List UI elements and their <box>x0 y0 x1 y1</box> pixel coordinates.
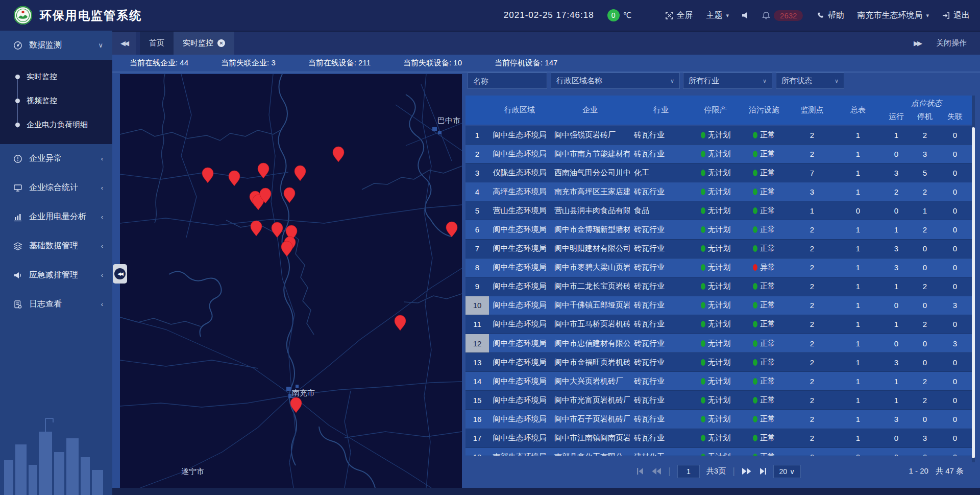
table-row[interactable]: 12阆中生态环境局阆中市忠信建材有限公砖瓦行业无计划正常21003 <box>465 334 972 353</box>
name-search-input[interactable] <box>468 73 547 89</box>
previous-page-button[interactable] <box>652 468 662 475</box>
org-label: 南充市生态环境局 <box>857 10 922 21</box>
divider: | <box>668 466 671 477</box>
tab-realtime-monitoring[interactable]: 实时监控 ✕ <box>174 32 234 55</box>
table-row[interactable]: 11阆中生态环境局阆中市五马桥页岩机砖砖瓦行业无计划正常21120 <box>465 315 972 334</box>
table-row[interactable]: 13阆中生态环境局阆中市金福旺页岩机砖砖瓦行业无计划正常21300 <box>465 353 972 372</box>
table-row[interactable]: 15阆中生态环境局阆中市光富页岩机砖厂砖瓦行业无计划正常21120 <box>465 391 972 410</box>
map-pin[interactable] <box>272 222 283 238</box>
sidebar-item-electricity-analysis[interactable]: 企业用电量分析 ‹ <box>0 202 112 231</box>
table-row[interactable]: 9阆中生态环境局阆中市二龙长宝页岩砖砖瓦行业无计划正常21120 <box>465 277 972 296</box>
tab-home[interactable]: 首页 <box>140 32 174 55</box>
page-size-select[interactable]: 20 ∨ <box>773 465 801 478</box>
first-page-button[interactable] <box>636 468 645 475</box>
sidebar-item-power-load-detail[interactable]: 企业电力负荷明细 <box>0 113 112 137</box>
table-row[interactable]: 4高坪生态环境局南充市高坪区王家店建砖瓦行业无计划正常31220 <box>465 182 972 201</box>
cell-meters: 0 <box>835 201 881 220</box>
cell-pollution-facility: 正常 <box>739 126 789 144</box>
next-page-button[interactable] <box>742 468 751 475</box>
cell-industry: 砖瓦行业 <box>630 315 692 334</box>
map-pin[interactable] <box>258 163 269 178</box>
pagination-bar: | 共3页 | 20 ∨ 1 - 20 共 47 条 <box>465 456 972 486</box>
cell-region: 仪陇生态环境局 <box>489 163 550 182</box>
cell-industry: 砖瓦行业 <box>630 182 692 201</box>
cell-pollution-facility: 正常 <box>739 220 789 239</box>
table-row[interactable]: 8阆中生态环境局阆中市枣碧大梁山页岩砖瓦行业无计划异常21300 <box>465 258 972 277</box>
cell-stopped: 2 <box>912 391 938 409</box>
table-row[interactable]: 5营山生态环境局营山县润丰肉食品有限食品无计划正常10010 <box>465 201 972 220</box>
logout-button[interactable]: 退出 <box>942 10 970 21</box>
alert-icon <box>13 154 22 163</box>
map-pin[interactable] <box>333 147 344 162</box>
theme-dropdown[interactable]: 主题 ▾ <box>706 10 729 21</box>
page-number-input[interactable] <box>677 465 700 478</box>
table-row[interactable]: 2阆中生态环境局阆中市南方节能建材有砖瓦行业无计划正常21030 <box>465 145 972 163</box>
sidebar-item-log-view[interactable]: 日志查看 ‹ <box>0 290 112 319</box>
cell-meters: 0 <box>835 448 881 456</box>
map[interactable]: 巴中市南充市遂宁市 ◀◀ <box>120 74 462 488</box>
map-pin[interactable] <box>251 221 262 236</box>
table-row[interactable]: 1阆中生态环境局阆中强锐页岩砖厂砖瓦行业无计划正常21120 <box>465 126 972 145</box>
row-number: 3 <box>465 163 489 182</box>
cell-offline: 3 <box>938 296 972 315</box>
table-row[interactable]: 14阆中生态环境局阆中大兴页岩机砖厂砖瓦行业无计划正常21120 <box>465 372 972 391</box>
last-page-button[interactable] <box>758 468 767 475</box>
sidebar-item-realtime-monitoring[interactable]: 实时监控 <box>0 65 112 89</box>
tabs-scroll-right-button[interactable]: ▶▶ <box>914 39 921 47</box>
help-button[interactable]: 帮助 <box>816 10 844 21</box>
map-pin[interactable] <box>446 222 457 237</box>
region-select[interactable]: 行政区域名称 ∨ <box>551 73 680 89</box>
close-operations-button[interactable]: 关闭操作 <box>936 38 967 48</box>
notifications[interactable]: 2632 <box>762 10 803 21</box>
table-row[interactable]: 7阆中生态环境局阆中明阳建材有限公司砖瓦行业无计划正常21300 <box>465 240 972 258</box>
mute-button[interactable] <box>742 12 749 19</box>
sidebar-item-basic-data[interactable]: 基础数据管理 ‹ <box>0 231 112 261</box>
status-dot-green <box>701 283 705 290</box>
status-select[interactable]: 所有状态 ∨ <box>776 73 844 89</box>
map-pin[interactable] <box>229 171 240 186</box>
close-icon[interactable]: ✕ <box>217 39 225 47</box>
status-dot-green <box>701 302 705 309</box>
cell-industry: 砖瓦行业 <box>630 145 692 163</box>
fullscreen-button[interactable]: 全屏 <box>666 10 693 21</box>
table-row[interactable]: 16阆中生态环境局阆中市石子页岩机砖厂砖瓦行业无计划正常21300 <box>465 410 972 429</box>
speaker-muted-icon <box>742 12 749 19</box>
table-row[interactable]: 10阆中生态环境局阆中千佛镇五郎垭页岩砖瓦行业无计划正常21003 <box>465 296 972 315</box>
status-dot-green <box>753 207 757 214</box>
row-number: 8 <box>465 258 489 277</box>
map-pin[interactable] <box>202 168 213 183</box>
table-row[interactable]: 17阆中生态环境局阆中市江南镇阆南页岩砖瓦行业无计划正常21030 <box>465 429 972 448</box>
industry-select[interactable]: 所有行业 ∨ <box>683 73 772 89</box>
row-number: 12 <box>465 334 489 352</box>
sidebar-item-enterprise-statistics[interactable]: 企业综合统计 ‹ <box>0 173 112 202</box>
map-pin[interactable] <box>295 166 306 181</box>
chevron-left-icon: ‹ <box>101 300 103 308</box>
cell-production-limit: 无计划 <box>692 240 739 258</box>
cell-region: 南部生态环境局 <box>489 448 550 456</box>
sidebar-item-emergency-reduction[interactable]: 应急减排管理 ‹ <box>0 261 112 290</box>
pager-controls: | 共3页 | 20 ∨ <box>636 465 801 478</box>
cell-meters: 1 <box>835 334 881 352</box>
cell-meters: 1 <box>835 296 881 315</box>
org-dropdown[interactable]: 南充市生态环境局 ▾ <box>857 10 929 21</box>
top-header: 环保用电监管系统 2021-02-25 17:46:18 0 ℃ 全屏 主题 ▾ <box>0 0 980 31</box>
map-pin[interactable] <box>395 315 406 331</box>
sidebar-item-enterprise-abnormal[interactable]: 企业异常 ‹ <box>0 144 112 173</box>
map-collapse-handle[interactable]: ◀◀ <box>113 264 127 284</box>
table-row[interactable]: 6阆中生态环境局阆中市金博瑞新型墙材砖瓦行业无计划正常21120 <box>465 220 972 239</box>
cell-stopped: 1 <box>912 201 938 220</box>
cell-running: 3 <box>881 258 912 277</box>
scrollbar-thumb[interactable] <box>972 127 975 458</box>
sidebar-item-video-monitoring[interactable]: 视频监控 <box>0 89 112 113</box>
cell-production-limit: 无计划 <box>692 391 739 409</box>
sidebar-item-data-monitoring[interactable]: 数据监测 ∨ <box>0 31 112 60</box>
tabs-scroll-left-button[interactable]: ◀◀ <box>112 32 136 55</box>
cell-meters: 1 <box>835 220 881 239</box>
map-pin[interactable] <box>281 241 292 256</box>
table-row[interactable]: 18南部生态环境局南部县鑫化工有限公建材化工无计划正常60060 <box>465 448 972 456</box>
cell-monitor-points: 6 <box>789 448 835 456</box>
cell-offline: 0 <box>938 258 972 277</box>
status-dot-green <box>701 378 705 385</box>
map-pin[interactable] <box>284 187 295 203</box>
table-row[interactable]: 3仪陇生态环境局西南油气田分公司川中化工无计划正常71350 <box>465 163 972 182</box>
